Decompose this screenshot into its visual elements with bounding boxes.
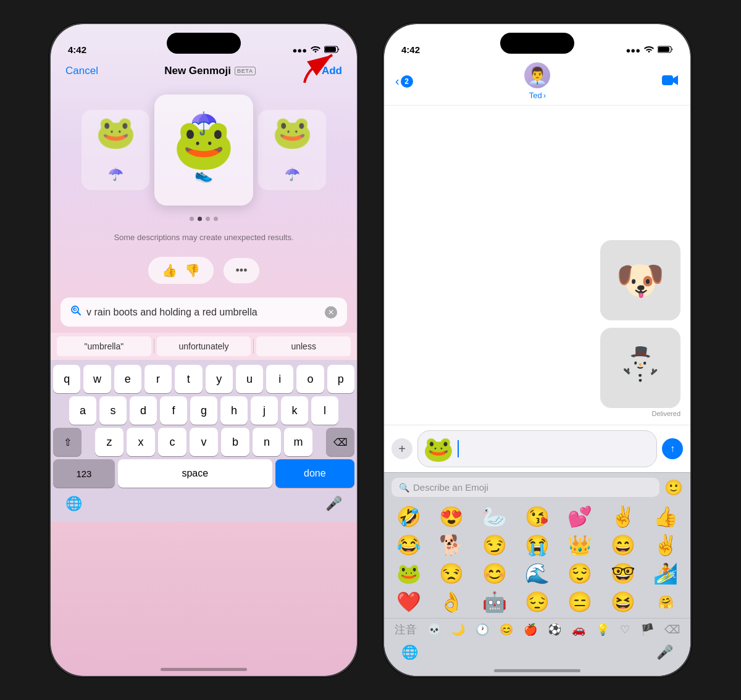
emoji-thumbsup[interactable]: 👍 [645, 503, 687, 530]
cat-symbols[interactable]: 🚗 [572, 623, 585, 636]
emoji-peace[interactable]: ✌️ [602, 503, 643, 530]
thumbs-down-icon[interactable]: 👎 [185, 263, 200, 278]
key-g[interactable]: g [190, 396, 217, 425]
warning-text: Some descriptions may create unexpected … [51, 226, 357, 249]
cat-activity[interactable]: 😊 [500, 623, 513, 636]
emoji-peace2[interactable]: ✌️ [645, 531, 687, 559]
key-m[interactable]: m [284, 428, 312, 456]
snowman-sticker: ⛄ [616, 345, 665, 391]
emoji-grin[interactable]: 😄 [602, 531, 643, 559]
emoji-wave[interactable]: 🌊 [516, 560, 558, 587]
key-e[interactable]: e [114, 365, 141, 393]
cat-delete[interactable]: ⌫ [664, 623, 680, 636]
key-z[interactable]: z [95, 428, 124, 456]
cat-recents[interactable]: 注音 [395, 622, 417, 637]
key-r[interactable]: r [144, 365, 172, 393]
key-p[interactable]: p [327, 365, 354, 393]
key-h[interactable]: h [220, 396, 248, 425]
feedback-buttons[interactable]: 👍 👎 [148, 257, 214, 284]
key-i[interactable]: i [266, 365, 293, 393]
cat-nature[interactable]: 🌙 [451, 623, 465, 636]
send-button[interactable]: ↑ [662, 438, 683, 459]
emoji-expressionless[interactable]: 😑 [559, 588, 601, 615]
key-k[interactable]: k [281, 396, 308, 425]
key-w[interactable]: w [83, 365, 111, 393]
emoji-tears-joy[interactable]: 😂 [388, 531, 429, 559]
autocomplete-2[interactable]: unfortunately [157, 336, 251, 356]
emoji-relieved[interactable]: 😌 [559, 560, 601, 587]
key-b[interactable]: b [221, 428, 249, 456]
key-l[interactable]: l [311, 396, 338, 425]
emoji-dog2[interactable]: 🐕 [430, 531, 472, 559]
key-q[interactable]: q [53, 365, 80, 393]
clear-button[interactable]: ✕ [325, 306, 337, 319]
key-f[interactable]: f [160, 396, 187, 425]
genmoji-search-input[interactable]: v rain boots and holding a red umbrella … [61, 298, 347, 327]
emoji-laughing-squint[interactable]: 😆 [602, 588, 643, 615]
key-c[interactable]: c [158, 428, 186, 456]
beta-badge: BETA [235, 67, 256, 75]
key-shift[interactable]: ⇧ [53, 428, 82, 456]
key-t[interactable]: t [175, 365, 202, 393]
autocomplete-3[interactable]: unless [256, 336, 351, 356]
autocomplete-1[interactable]: "umbrella" [57, 336, 151, 356]
mic-icon-1[interactable]: 🎤 [325, 496, 342, 512]
cat-food[interactable]: 🕐 [475, 623, 489, 636]
frog-preview-right[interactable]: 🐸☂️ [258, 110, 326, 190]
emoji-surf[interactable]: 🏄 [645, 560, 687, 587]
contact-header[interactable]: 👨‍💼 Ted › [524, 62, 550, 100]
frog-preview-left[interactable]: 🐸☂️ [82, 110, 149, 190]
key-u[interactable]: u [236, 365, 263, 393]
key-done[interactable]: done [275, 459, 354, 488]
key-y[interactable]: y [206, 365, 233, 393]
more-options-button[interactable]: ••• [224, 258, 260, 283]
globe-icon-1[interactable]: 🌐 [65, 496, 82, 512]
emoji-hugging[interactable]: 🤗 [645, 588, 687, 615]
emoji-search-bar[interactable]: 🔍 Describe an Emoji [391, 478, 659, 497]
emoji-smile[interactable]: 😊 [474, 560, 515, 587]
cat-flags[interactable]: 💡 [596, 623, 609, 636]
emoji-heart[interactable]: ❤️ [388, 588, 429, 615]
emoji-unamused[interactable]: 😒 [430, 560, 472, 587]
key-v[interactable]: v [190, 428, 218, 456]
cat-heart[interactable]: ♡ [620, 623, 630, 636]
key-o[interactable]: o [296, 365, 324, 393]
message-input-bubble[interactable]: 🐸 [417, 430, 657, 467]
key-s[interactable]: s [99, 396, 127, 425]
back-button[interactable]: ‹ 2 [395, 74, 413, 88]
emoji-ghost-heart[interactable]: 🦢 [474, 503, 515, 530]
cat-travel[interactable]: 🍎 [524, 623, 537, 636]
emoji-crown[interactable]: 👑 [559, 531, 601, 559]
add-attachment-button[interactable]: + [391, 438, 412, 459]
thumbs-up-icon[interactable]: 👍 [162, 263, 177, 278]
cat-people[interactable]: 💀 [427, 623, 441, 636]
emoji-pensive[interactable]: 😔 [516, 588, 558, 615]
emoji-frog-custom[interactable]: 🐸 [388, 560, 429, 587]
cat-objects[interactable]: ⚽ [548, 623, 561, 636]
emoji-nerd[interactable]: 🤓 [602, 560, 643, 587]
emoji-face-button[interactable]: 🙂 [664, 479, 683, 496]
video-call-button[interactable] [662, 73, 679, 90]
emoji-crying[interactable]: 😭 [516, 531, 558, 559]
emoji-laughing-rolling[interactable]: 🤣 [388, 503, 429, 530]
emoji-ok[interactable]: 👌 [430, 588, 472, 615]
emoji-kiss[interactable]: 😘 [516, 503, 558, 530]
cat-flag[interactable]: 🏴 [640, 623, 654, 636]
emoji-heart-eyes[interactable]: 😍 [430, 503, 472, 530]
cancel-button[interactable]: Cancel [65, 65, 98, 77]
key-a[interactable]: a [69, 396, 96, 425]
mic-icon-2[interactable]: 🎤 [656, 644, 673, 660]
key-delete[interactable]: ⌫ [326, 428, 354, 456]
key-d[interactable]: d [130, 396, 157, 425]
key-n[interactable]: n [253, 428, 281, 456]
dynamic-island-2 [500, 33, 574, 54]
key-j[interactable]: j [251, 396, 278, 425]
globe-icon-2[interactable]: 🌐 [401, 644, 418, 660]
key-space[interactable]: space [118, 459, 272, 488]
frog-preview-center[interactable]: 🐸 ☂️ 👟 [154, 94, 253, 206]
key-x[interactable]: x [127, 428, 155, 456]
emoji-two-hearts[interactable]: 💕 [559, 503, 601, 530]
emoji-robot[interactable]: 🤖 [474, 588, 515, 615]
emoji-smirk[interactable]: 😏 [474, 531, 515, 559]
key-123[interactable]: 123 [53, 459, 115, 488]
